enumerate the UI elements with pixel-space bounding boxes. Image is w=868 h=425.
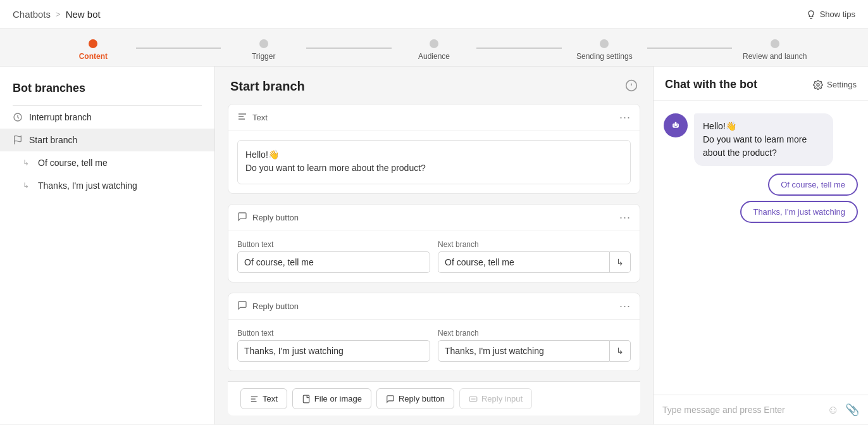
center-panel: Start branch Text ··· Hello!👋Do you want… <box>215 67 653 424</box>
bottom-toolbar: Text File or image Reply button Reply in… <box>228 381 640 415</box>
reply-buttons-row: Of course, tell me Thanks, I'm just watc… <box>664 174 858 223</box>
sidebar-item-interrupt[interactable]: Interrupt branch <box>0 106 214 129</box>
button-text-group-1: Button text <box>237 240 430 273</box>
reply-button-block-2-menu[interactable]: ··· <box>619 300 631 313</box>
goto-button-2[interactable]: ↳ <box>610 340 631 362</box>
lightbulb-icon <box>806 10 816 20</box>
step-connector-4 <box>647 48 733 49</box>
add-reply-button-label: Reply button <box>399 394 445 403</box>
info-icon[interactable] <box>625 79 638 94</box>
sidebar-item-of-course-label: Of course, tell me <box>38 158 108 168</box>
chat-settings-button[interactable]: Settings <box>813 80 857 90</box>
goto-button-1[interactable]: ↳ <box>610 251 631 273</box>
reply-button-block-1: Reply button ··· Button text Next branch… <box>228 204 640 282</box>
sidebar: Bot branches Interrupt branch Start bran… <box>0 67 215 424</box>
text-content[interactable]: Hello!👋Do you want to learn more about t… <box>237 140 631 184</box>
sidebar-item-thanks[interactable]: ↳ Thanks, I'm just watching <box>0 174 214 197</box>
svg-point-17 <box>674 124 675 125</box>
emoji-icon[interactable]: ☺ <box>828 403 839 417</box>
reply-button-block-2-label: Reply button <box>252 301 299 311</box>
next-branch-wrap-2: ↳ <box>438 340 631 362</box>
svg-point-14 <box>817 84 819 86</box>
step-dot-review <box>771 39 779 48</box>
step-dot-trigger <box>259 39 268 48</box>
step-label-sending: Sending settings <box>576 52 633 61</box>
step-content[interactable]: Content <box>0 39 136 61</box>
step-trigger[interactable]: Trigger <box>221 39 306 61</box>
add-file-label: File or image <box>314 394 362 403</box>
step-sending[interactable]: Sending settings <box>562 39 647 61</box>
reply-button-icon-1 <box>237 212 247 224</box>
stepper: Content Trigger Audience Sending setting… <box>0 29 868 67</box>
text-block-header: Text ··· <box>228 105 640 131</box>
step-label-audience: Audience <box>418 52 450 61</box>
reply-button-2-fields: Button text Next branch ↳ <box>237 329 631 362</box>
add-reply-input-label: Reply input <box>481 394 523 403</box>
step-connector-3 <box>476 48 562 49</box>
svg-rect-11 <box>303 395 309 403</box>
topbar: Chatbots > New bot Show tips <box>0 0 868 29</box>
sidebar-title: Bot branches <box>0 82 214 105</box>
reply-chip-2[interactable]: Thanks, I'm just watching <box>740 201 858 223</box>
bot-message-line2: Do you want to learn more about the prod… <box>703 134 807 158</box>
sub-arrow-icon-1: ↳ <box>23 158 29 167</box>
settings-label: Settings <box>827 80 857 89</box>
reply-button-block-2-body: Button text Next branch ↳ <box>228 320 640 371</box>
file-toolbar-icon <box>302 395 311 403</box>
settings-icon <box>813 80 823 90</box>
button-text-group-2: Button text <box>237 329 430 362</box>
text-icon <box>237 111 247 124</box>
step-audience[interactable]: Audience <box>392 39 477 61</box>
reply-toolbar-icon <box>386 395 395 403</box>
sidebar-item-start[interactable]: Start branch <box>0 129 214 151</box>
branch-header: Start branch <box>215 67 653 104</box>
sidebar-item-of-course[interactable]: ↳ Of course, tell me <box>0 151 214 174</box>
button-text-label-2: Button text <box>237 329 430 338</box>
chat-input-placeholder[interactable]: Type message and press Enter <box>662 405 828 415</box>
reply-chip-1[interactable]: Of course, tell me <box>768 174 858 196</box>
step-dot-content <box>89 39 97 48</box>
main-layout: Bot branches Interrupt branch Start bran… <box>0 67 868 424</box>
flag-icon <box>13 135 23 145</box>
next-branch-wrap-1: ↳ <box>438 251 631 273</box>
button-text-input-1[interactable] <box>237 251 430 273</box>
attachment-icon[interactable]: 📎 <box>845 403 859 417</box>
add-text-button[interactable]: Text <box>240 388 287 409</box>
reply-button-block-2-header: Reply button ··· <box>228 293 640 320</box>
reply-button-block-1-body: Button text Next branch ↳ <box>228 231 640 282</box>
next-branch-input-2[interactable] <box>438 340 610 362</box>
next-branch-group-1: Next branch ↳ <box>438 240 631 273</box>
text-block-label: Text <box>252 113 268 122</box>
button-text-input-2[interactable] <box>237 340 430 362</box>
step-label-review: Review and launch <box>743 52 807 61</box>
step-dot-audience <box>430 39 438 48</box>
chat-panel: Chat with the bot Settings <box>653 67 868 424</box>
svg-point-21 <box>675 122 676 122</box>
step-dot-sending <box>600 39 609 48</box>
step-review[interactable]: Review and launch <box>732 39 868 61</box>
reply-button-block-1-menu[interactable]: ··· <box>619 211 631 224</box>
chat-input-row: Type message and press Enter ☺ 📎 <box>654 395 868 424</box>
reply-button-1-fields: Button text Next branch ↳ <box>237 240 631 273</box>
add-reply-input-button[interactable]: Reply input <box>459 388 532 409</box>
text-block: Text ··· Hello!👋Do you want to learn mor… <box>228 104 640 194</box>
next-branch-label-1: Next branch <box>438 240 631 249</box>
show-tips-button[interactable]: Show tips <box>806 10 855 20</box>
text-block-menu[interactable]: ··· <box>619 111 631 124</box>
svg-rect-19 <box>674 126 677 127</box>
bot-avatar <box>664 113 688 137</box>
step-label-content: Content <box>79 52 108 61</box>
show-tips-label: Show tips <box>820 10 855 19</box>
next-branch-input-1[interactable] <box>438 251 610 273</box>
chat-title: Chat with the bot <box>665 78 757 91</box>
text-block-header-left: Text <box>237 111 268 124</box>
step-connector-1 <box>136 48 221 49</box>
add-file-button[interactable]: File or image <box>292 388 371 409</box>
sidebar-item-interrupt-label: Interrupt branch <box>29 112 92 122</box>
bot-icon <box>669 118 683 132</box>
breadcrumb-chatbots[interactable]: Chatbots <box>13 9 51 20</box>
add-reply-button[interactable]: Reply button <box>376 388 454 409</box>
button-text-label-1: Button text <box>237 240 430 249</box>
sub-arrow-icon-2: ↳ <box>23 181 29 190</box>
chat-messages: Hello!👋 Do you want to learn more about … <box>654 101 868 395</box>
